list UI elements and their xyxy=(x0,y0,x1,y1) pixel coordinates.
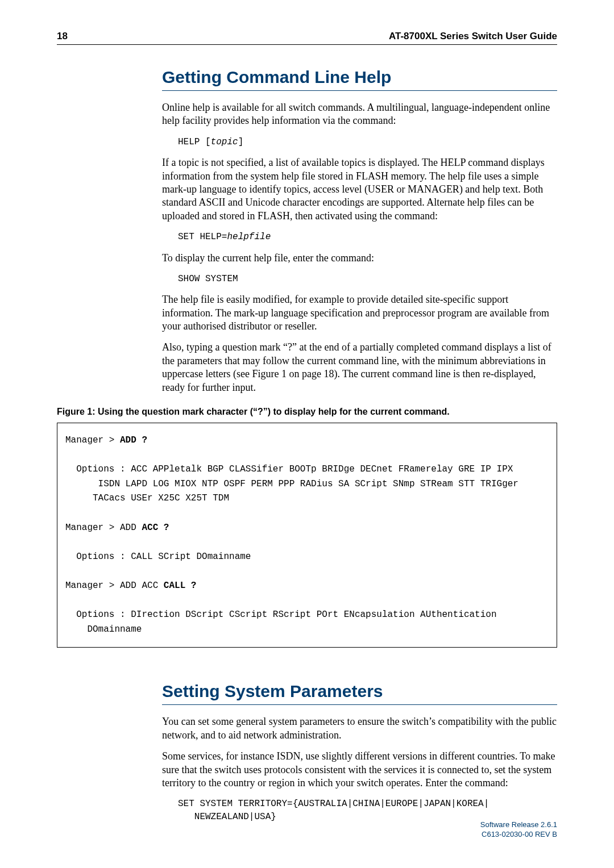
user-input: ADD ? xyxy=(120,435,147,445)
code-help-topic: HELP [topic] xyxy=(178,136,557,148)
footer-release: Software Release 2.6.1 xyxy=(480,820,557,830)
page-header: 18 AT-8700XL Series Switch User Guide xyxy=(57,31,557,45)
figure-caption: Figure 1: Using the question mark charac… xyxy=(57,407,557,417)
paragraph: To display the current help file, enter … xyxy=(162,252,557,265)
options-output: Options : CALL SCript DOmainname xyxy=(65,552,251,562)
prompt: Manager > ADD ACC xyxy=(65,581,164,591)
paragraph: If a topic is not specified, a list of a… xyxy=(162,156,557,223)
user-input: ACC ? xyxy=(142,523,169,533)
paragraph: Some services, for instance ISDN, use sl… xyxy=(162,750,557,790)
prompt: Manager > ADD xyxy=(65,523,142,533)
figure-1-codebox: Manager > ADD ? Options : ACC APPletalk … xyxy=(57,423,557,648)
paragraph: Also, typing a question mark “?” at the … xyxy=(162,341,557,394)
code-set-territory: SET SYSTEM TERRITORY={AUSTRALIA|CHINA|EU… xyxy=(178,798,557,823)
code-set-help: SET HELP=helpfile xyxy=(178,231,557,243)
main-column: Getting Command Line Help Online help is… xyxy=(162,68,557,394)
footer-docid: C613-02030-00 REV B xyxy=(480,830,557,840)
page-number: 18 xyxy=(57,31,68,42)
paragraph: You can set some general system paramete… xyxy=(162,715,557,742)
page-footer: Software Release 2.6.1 C613-02030-00 REV… xyxy=(480,820,557,840)
code-text: SET HELP= xyxy=(178,232,227,242)
code-text: ] xyxy=(238,137,244,147)
guide-title: AT-8700XL Series Switch User Guide xyxy=(389,31,557,42)
code-text: HELP [ xyxy=(178,137,211,147)
paragraph: Online help is available for all switch … xyxy=(162,101,557,128)
paragraph: The help file is easily modified, for ex… xyxy=(162,293,557,333)
code-show-system: SHOW SYSTEM xyxy=(178,273,557,285)
code-param: helpfile xyxy=(227,232,271,242)
main-column: Setting System Parameters You can set so… xyxy=(162,682,557,823)
user-input: CALL ? xyxy=(164,581,197,591)
code-param: topic xyxy=(211,137,238,147)
prompt: Manager > xyxy=(65,435,120,445)
options-output: Options : ACC APPletalk BGP CLASSifier B… xyxy=(65,464,518,503)
options-output: Options : DIrection DScript CScript RScr… xyxy=(65,610,497,635)
section-heading-params: Setting System Parameters xyxy=(162,682,557,705)
section-heading-help: Getting Command Line Help xyxy=(162,68,557,91)
